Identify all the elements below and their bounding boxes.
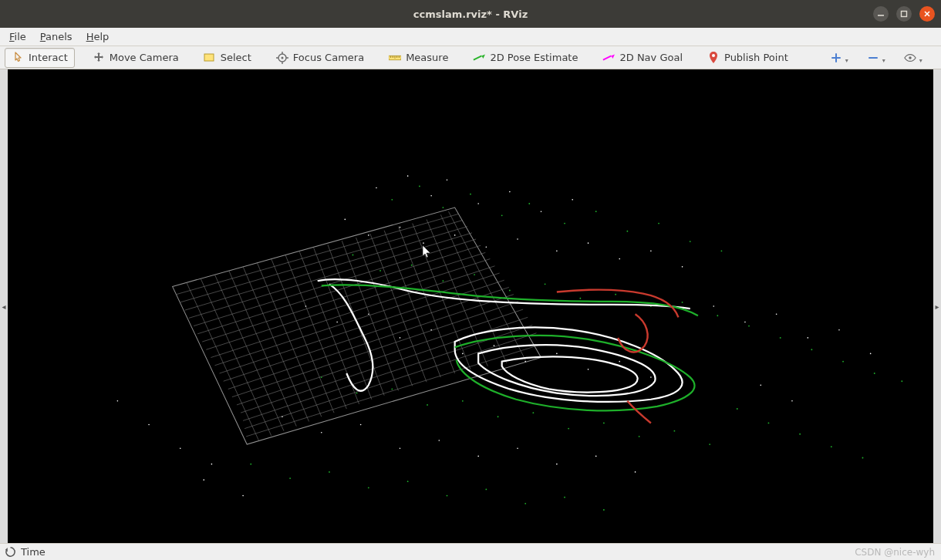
svg-point-74 bbox=[305, 305, 307, 307]
svg-point-121 bbox=[721, 250, 723, 251]
svg-point-103 bbox=[870, 353, 872, 355]
svg-point-104 bbox=[760, 385, 761, 386]
svg-point-153 bbox=[289, 477, 291, 479]
menu-file[interactable]: File bbox=[5, 29, 31, 44]
svg-point-120 bbox=[690, 241, 691, 242]
svg-point-144 bbox=[462, 400, 464, 402]
svg-line-45 bbox=[342, 241, 398, 390]
svg-line-39 bbox=[257, 263, 321, 417]
menu-help[interactable]: Help bbox=[82, 29, 114, 44]
right-panel-handle[interactable]: ▸ bbox=[933, 69, 941, 543]
svg-point-137 bbox=[842, 361, 844, 363]
pointcloud-green bbox=[250, 186, 902, 511]
minimize-window-icon[interactable] bbox=[873, 6, 889, 22]
svg-point-96 bbox=[203, 479, 204, 481]
svg-point-158 bbox=[485, 488, 487, 490]
svg-point-146 bbox=[532, 412, 534, 413]
svg-line-43 bbox=[314, 248, 372, 399]
svg-point-62 bbox=[344, 219, 346, 221]
svg-line-47 bbox=[370, 234, 427, 382]
svg-point-13 bbox=[909, 56, 912, 59]
toolbar-label: Publish Point bbox=[724, 52, 788, 63]
svg-point-135 bbox=[780, 337, 781, 339]
svg-point-138 bbox=[874, 373, 875, 374]
svg-point-56 bbox=[430, 195, 432, 197]
viewport-3d[interactable] bbox=[8, 69, 933, 543]
svg-line-20 bbox=[197, 245, 481, 334]
svg-point-126 bbox=[474, 274, 475, 275]
svg-line-29 bbox=[237, 309, 523, 405]
pose-estimate-button[interactable]: 2D Pose Estimate bbox=[466, 48, 585, 68]
svg-point-123 bbox=[379, 270, 381, 272]
svg-line-51 bbox=[427, 219, 487, 366]
svg-point-162 bbox=[737, 408, 738, 410]
svg-point-161 bbox=[603, 509, 605, 511]
svg-line-26 bbox=[224, 287, 509, 381]
titlebar: ccmslam.rviz* - RViz bbox=[0, 0, 941, 28]
remove-tool-button[interactable]: ▾ bbox=[863, 48, 889, 68]
svg-point-80 bbox=[494, 345, 495, 346]
svg-point-164 bbox=[799, 433, 801, 435]
interact-button[interactable]: Interact bbox=[5, 48, 75, 68]
svg-point-100 bbox=[776, 313, 777, 315]
visibility-button[interactable]: ▾ bbox=[900, 48, 926, 68]
svg-point-117 bbox=[595, 211, 597, 212]
svg-point-116 bbox=[564, 223, 565, 224]
svg-point-70 bbox=[588, 242, 589, 244]
svg-point-86 bbox=[282, 416, 283, 417]
svg-point-111 bbox=[419, 186, 420, 187]
svg-point-76 bbox=[368, 313, 369, 315]
reset-time-icon[interactable] bbox=[5, 546, 16, 558]
publish-point-icon bbox=[707, 52, 720, 64]
svg-point-151 bbox=[709, 444, 710, 445]
measure-button[interactable]: Measure bbox=[382, 48, 455, 68]
svg-point-107 bbox=[148, 424, 150, 426]
select-icon bbox=[204, 52, 216, 64]
svg-point-79 bbox=[462, 353, 464, 355]
svg-line-17 bbox=[185, 227, 467, 310]
svg-point-95 bbox=[635, 471, 636, 473]
svg-point-143 bbox=[427, 404, 428, 406]
svg-point-108 bbox=[180, 447, 181, 449]
svg-point-82 bbox=[556, 353, 558, 355]
select-button[interactable]: Select bbox=[197, 48, 258, 68]
toolbar-label: Focus Camera bbox=[293, 52, 364, 63]
svg-line-33 bbox=[246, 345, 539, 437]
focus-camera-button[interactable]: Focus Camera bbox=[269, 48, 371, 68]
menu-panels-label: anels bbox=[46, 31, 73, 42]
publish-point-button[interactable]: Publish Point bbox=[700, 48, 795, 68]
svg-point-83 bbox=[588, 369, 589, 370]
svg-point-145 bbox=[497, 416, 499, 417]
svg-point-124 bbox=[411, 265, 413, 266]
svg-point-140 bbox=[321, 376, 322, 378]
svg-point-154 bbox=[329, 471, 330, 473]
svg-point-152 bbox=[250, 464, 251, 465]
svg-point-55 bbox=[407, 175, 409, 177]
close-window-icon[interactable] bbox=[919, 6, 935, 22]
plus-icon bbox=[830, 52, 842, 64]
svg-point-136 bbox=[811, 349, 812, 350]
svg-point-59 bbox=[509, 191, 511, 193]
measure-icon bbox=[389, 52, 401, 64]
svg-point-139 bbox=[901, 380, 902, 382]
add-tool-button[interactable]: ▾ bbox=[826, 48, 852, 68]
svg-point-109 bbox=[211, 464, 213, 465]
svg-point-66 bbox=[454, 234, 456, 236]
svg-point-60 bbox=[541, 211, 542, 212]
move-camera-button[interactable]: Move Camera bbox=[86, 48, 186, 68]
left-panel-handle[interactable]: ◂ bbox=[0, 69, 8, 543]
menu-panels[interactable]: Panels bbox=[35, 29, 77, 44]
trajectory-red bbox=[557, 290, 679, 423]
svg-point-157 bbox=[447, 495, 448, 497]
svg-point-101 bbox=[807, 337, 808, 339]
nav-goal-button[interactable]: 2D Nav Goal bbox=[595, 48, 690, 68]
svg-point-71 bbox=[619, 258, 620, 260]
svg-point-68 bbox=[517, 238, 518, 240]
svg-point-114 bbox=[501, 214, 503, 216]
svg-point-163 bbox=[768, 423, 770, 424]
window-title: ccmslam.rviz* - RViz bbox=[0, 8, 941, 20]
statusbar: Time bbox=[0, 543, 941, 560]
svg-line-18 bbox=[189, 233, 472, 319]
maximize-window-icon[interactable] bbox=[896, 6, 912, 22]
svg-point-148 bbox=[603, 423, 605, 424]
